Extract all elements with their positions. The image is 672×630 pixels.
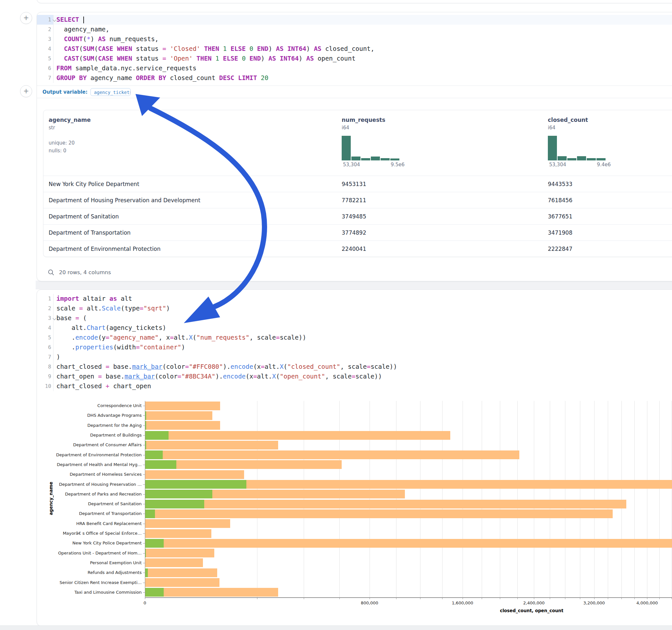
histogram-range: 53,3049.5e6 (342, 162, 400, 168)
output-variable-pill[interactable]: agency_tickets (91, 88, 130, 96)
line-number: 9 (37, 372, 53, 382)
histogram-bar (557, 156, 567, 161)
code-line: 7GROUP BY agency_name ORDER BY closed_co… (37, 73, 672, 83)
add-cell-button-top[interactable]: + (20, 12, 32, 24)
add-cell-button-output[interactable]: + (20, 85, 32, 97)
line-number: 5 (37, 333, 53, 343)
code-line-text: .encode(y="agency_name", x=alt.X("num_re… (53, 333, 306, 343)
table-cell: 3677651 (548, 209, 573, 224)
line-number: 3 (37, 313, 53, 323)
histogram-max-label: 9.4e6 (597, 162, 611, 168)
plus-icon: + (23, 14, 29, 22)
code-line: 8chart_closed = base.mark_bar(color="#FF… (37, 362, 672, 372)
histogram-bar (352, 156, 360, 161)
code-line-text: chart_open = base.mark_bar(color="#8BC34… (53, 372, 382, 382)
code-line-text: alt.Chart(agency_tickets) (53, 323, 166, 333)
search-icon[interactable] (48, 269, 54, 276)
notebook-page: + + 1SELECT 2 agency_name,3 COUNT(*) AS … (0, 0, 672, 630)
histogram-bar (390, 159, 399, 161)
code-line-text: base = ( (53, 313, 87, 323)
code-line: 5 .encode(y="agency_name", x=alt.X("num_… (37, 333, 672, 343)
table-cell: Department of Sanitation (49, 209, 119, 224)
column-header-closed_count: closed_counti6453,3049.4e6 (548, 117, 606, 168)
line-number: 2 (37, 25, 53, 34)
histogram-bar (597, 158, 605, 161)
column-type: i64 (342, 125, 400, 130)
output-variable-value: agency_tickets (94, 90, 130, 95)
sql-editor[interactable]: 1SELECT 2 agency_name,3 COUNT(*) AS num_… (37, 12, 672, 83)
table-cell: Department of Transportation (49, 224, 130, 241)
line-number: 1 (37, 294, 53, 304)
histogram-bar (371, 156, 380, 161)
dataframe-preview-table: agency_namestrunique: 20nulls: 0num_requ… (43, 110, 672, 257)
line-number: 8 (37, 362, 53, 372)
code-line: 2 agency_name, (37, 25, 672, 34)
code-line: 3base = ( (37, 313, 672, 323)
page-bottom-band (0, 626, 672, 630)
line-number: 5 (37, 54, 53, 64)
code-line-text: .properties(width="container") (53, 343, 185, 352)
histogram-range: 53,3049.4e6 (548, 162, 606, 168)
code-line-text: import altair as alt (53, 294, 132, 304)
column-type: str (49, 125, 91, 130)
code-line-text: scale = alt.Scale(type="sqrt") (53, 304, 170, 313)
code-line-text: chart_closed = base.mark_bar(color="#FFC… (53, 362, 397, 372)
table-cell: 3749485 (342, 209, 366, 224)
code-line: 3 COUNT(*) AS num_requests, (37, 34, 672, 44)
python-cell: 1import altair as alt2scale = alt.Scale(… (37, 289, 672, 626)
code-line-text: chart_closed + chart_open (53, 382, 151, 391)
code-line-text: FROM sample_data.nyc.service_requests (53, 64, 196, 73)
line-number: 2 (37, 304, 53, 313)
code-line: 6 .properties(width="container") (37, 343, 672, 352)
column-stats: unique: 20nulls: 0 (49, 139, 91, 154)
code-line: 7) (37, 352, 672, 362)
code-line: 9chart_open = base.mark_bar(color="#8BC3… (37, 372, 672, 382)
python-editor[interactable]: 1import altair as alt2scale = alt.Scale(… (37, 290, 672, 391)
column-header-num_requests: num_requestsi6453,3049.5e6 (342, 117, 400, 168)
histogram-bar (342, 136, 351, 161)
code-line: 2scale = alt.Scale(type="sqrt") (37, 304, 672, 313)
column-name: num_requests (342, 117, 400, 123)
cell-gap (35, 281, 672, 289)
table-row: New York City Police Department945313194… (44, 176, 672, 192)
column-header-agency_name: agency_namestrunique: 20nulls: 0 (49, 117, 91, 154)
table-cell: 9443533 (548, 176, 573, 192)
histogram-min-label: 53,304 (343, 162, 360, 168)
line-number: 10 (37, 382, 53, 391)
table-cell: New York City Police Department (49, 176, 139, 192)
code-line: 5 CAST(SUM(CASE WHEN status = 'Open' THE… (37, 54, 672, 64)
table-row: Department of Sanitation37494853677651 (44, 208, 672, 224)
code-line: 6FROM sample_data.nyc.service_requests (37, 64, 672, 73)
column-histogram (342, 135, 400, 161)
table-row: Department of Environmental Protection22… (44, 240, 672, 257)
code-line-text: ) (53, 352, 60, 362)
code-line: 1SELECT (37, 15, 672, 25)
code-line-text: GROUP BY agency_name ORDER BY closed_cou… (53, 73, 268, 83)
column-name: closed_count (548, 117, 606, 123)
table-cell: 2240041 (342, 241, 366, 257)
table-cell: 7782211 (342, 192, 366, 209)
table-row-count: 20 rows, 4 columns (59, 269, 111, 275)
column-histogram (548, 135, 606, 161)
histogram-bar (587, 158, 596, 161)
column-type: i64 (548, 125, 606, 130)
histogram-min-label: 53,304 (549, 162, 566, 168)
table-row: Department of Housing Preservation and D… (44, 192, 672, 209)
histogram-bar (577, 156, 586, 161)
code-line: 4 CAST(SUM(CASE WHEN status = 'Closed' T… (37, 44, 672, 54)
code-line-text: SELECT (53, 15, 84, 25)
table-cell: 9453131 (342, 176, 366, 192)
line-number: 6 (37, 64, 53, 73)
line-number: 3 (37, 34, 53, 44)
code-line-text: CAST(SUM(CASE WHEN status = 'Open' THEN … (53, 54, 356, 64)
table-cell: 3471908 (548, 224, 573, 241)
histogram-bar (567, 158, 576, 161)
table-cell: 2222847 (548, 241, 573, 257)
table-cell: 7618456 (548, 192, 573, 209)
table-row: Department of Transportation377489234719… (44, 224, 672, 241)
histogram-bar (381, 158, 390, 161)
line-number: 7 (37, 352, 53, 362)
output-variable-bar: Output variable: agency_tickets (37, 86, 672, 98)
line-number: 1 (37, 15, 53, 25)
code-line-text: CAST(SUM(CASE WHEN status = 'Closed' THE… (53, 44, 375, 54)
